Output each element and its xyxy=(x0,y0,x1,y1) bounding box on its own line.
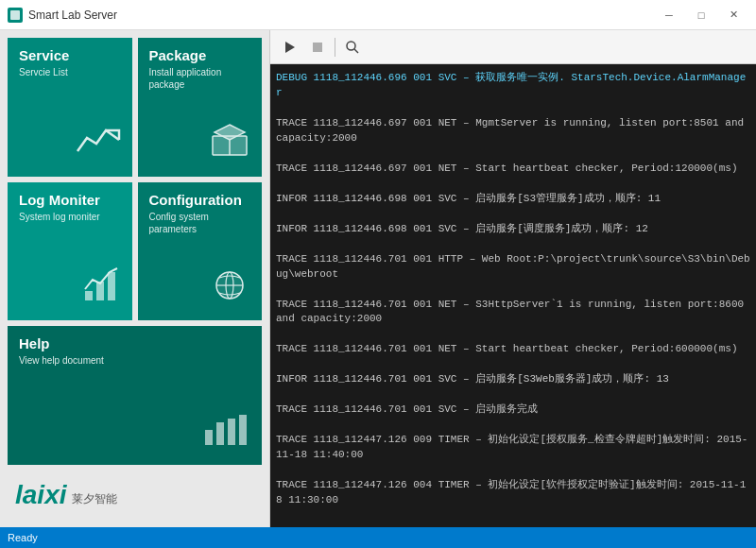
configuration-icon-area xyxy=(149,235,251,312)
stop-button[interactable] xyxy=(304,34,331,60)
close-button[interactable]: ✕ xyxy=(718,6,748,25)
console-toolbar xyxy=(270,30,756,64)
svg-marker-14 xyxy=(285,42,295,53)
svg-rect-15 xyxy=(313,43,322,52)
help-title: Help xyxy=(19,335,250,352)
logmoniter-subtitle: System log moniter xyxy=(19,211,121,223)
package-icon xyxy=(209,121,250,167)
status-bar: Ready xyxy=(0,527,756,548)
package-icon-area xyxy=(149,91,251,167)
configuration-tile[interactable]: Configuration Config system parameters xyxy=(138,182,263,321)
help-icon-area xyxy=(19,367,250,455)
main-content: Service Servcie List Package Install app… xyxy=(0,30,756,527)
service-icon xyxy=(76,121,121,167)
window-title: Smart Lab Server xyxy=(28,9,654,22)
play-button[interactable] xyxy=(276,34,302,60)
sidebar: Service Servcie List Package Install app… xyxy=(0,30,269,527)
svg-rect-10 xyxy=(205,430,213,445)
service-tile[interactable]: Service Servcie List xyxy=(8,38,132,177)
service-icon-area xyxy=(19,78,121,167)
svg-rect-13 xyxy=(239,415,247,445)
status-text: Ready xyxy=(8,532,38,543)
toolbar-separator xyxy=(335,38,335,57)
svg-rect-6 xyxy=(108,272,115,300)
logmoniter-title: Log Moniter xyxy=(19,192,121,209)
logo-text: laixi xyxy=(15,480,66,510)
package-tile[interactable]: Package Install application package xyxy=(138,38,263,177)
svg-rect-4 xyxy=(85,291,93,300)
logo-company: 莱夕智能 xyxy=(72,491,117,507)
logmoniter-icon-area xyxy=(19,223,121,312)
maximize-button[interactable]: □ xyxy=(686,6,716,25)
configuration-subtitle: Config system parameters xyxy=(149,211,251,235)
title-bar: Smart Lab Server ─ □ ✕ xyxy=(0,0,756,30)
svg-rect-12 xyxy=(228,419,235,445)
svg-rect-0 xyxy=(10,10,20,20)
console-output[interactable]: 序: 9 TRACE 1118_112446.693 001 O2DB – SE… xyxy=(270,64,756,527)
svg-point-16 xyxy=(347,42,355,50)
tile-row-1: Service Servcie List Package Install app… xyxy=(8,38,262,177)
service-subtitle: Servcie List xyxy=(19,66,121,78)
logmoniter-icon xyxy=(79,265,121,311)
package-subtitle: Install application package xyxy=(149,66,251,91)
configuration-title: Configuration xyxy=(149,192,251,209)
console-area: 序: 9 TRACE 1118_112446.693 001 O2DB – SE… xyxy=(269,30,756,527)
minimize-button[interactable]: ─ xyxy=(654,6,684,25)
help-tile[interactable]: Help View help document xyxy=(8,326,262,465)
app-icon xyxy=(8,8,23,23)
svg-rect-11 xyxy=(216,422,224,445)
logmoniter-tile[interactable]: Log Moniter System log moniter xyxy=(8,182,132,321)
service-title: Service xyxy=(19,47,121,64)
logo-area: laixi 莱夕智能 xyxy=(8,471,262,520)
tile-row-3: Help View help document xyxy=(8,326,262,465)
package-title: Package xyxy=(149,47,251,64)
tile-row-2: Log Moniter System log moniter Configura… xyxy=(8,182,262,321)
help-subtitle: View help document xyxy=(19,354,250,367)
search-button[interactable] xyxy=(339,34,366,60)
help-icon xyxy=(203,413,250,455)
svg-line-17 xyxy=(354,49,358,53)
configuration-icon xyxy=(209,265,250,311)
window-controls: ─ □ ✕ xyxy=(654,6,748,25)
